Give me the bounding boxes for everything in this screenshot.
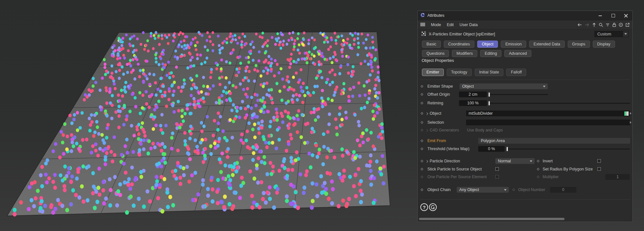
slider-handle[interactable] <box>507 147 508 151</box>
particle-direction-dropdown[interactable]: Normal <box>495 158 535 164</box>
retiming-slider[interactable] <box>489 103 630 104</box>
section-title: Object Properties <box>422 58 454 63</box>
close-button[interactable] <box>624 14 628 17</box>
field-menu-arrow-icon[interactable] <box>630 121 631 124</box>
subtab-row: Emitter Topology Initial State Falloff <box>422 69 629 76</box>
tab-advanced[interactable]: Advanced <box>504 50 531 57</box>
tab-groups[interactable]: Groups <box>568 41 590 48</box>
slider-handle[interactable] <box>489 101 490 105</box>
window-controls <box>598 14 630 17</box>
menu-user-data[interactable]: User Data <box>460 23 478 27</box>
emitter-shape-label: Emitter Shape <box>427 84 453 89</box>
object-link-value: mtSubDivider <box>469 111 493 116</box>
horizontal-scrollbar[interactable] <box>419 218 565 220</box>
tab-emission[interactable]: Emission <box>501 41 526 48</box>
filter-icon[interactable] <box>605 23 610 27</box>
tab-coordinates[interactable]: Coordinates <box>444 41 474 48</box>
keyframe-diamond-icon[interactable] <box>537 160 539 162</box>
search-icon[interactable] <box>599 23 603 27</box>
offset-origin-input[interactable]: 2 cm <box>459 91 487 97</box>
keyframe-diamond-icon <box>537 176 539 178</box>
back-arrow-icon[interactable] <box>577 23 582 27</box>
expand-chevron-icon[interactable] <box>425 112 428 115</box>
tab-row-1: Basic Coordinates Object Emission Extend… <box>422 41 629 48</box>
keyframe-diamond-icon[interactable] <box>421 85 423 88</box>
row-offset-origin: Offset Origin 2 cm <box>421 91 629 98</box>
tab-editing[interactable]: Editing <box>480 50 501 57</box>
forward-arrow-icon[interactable] <box>584 23 590 27</box>
nav-icons <box>577 23 630 27</box>
maximize-button[interactable] <box>611 14 615 17</box>
multiplier-label: Multiplier <box>543 175 559 179</box>
subtab-initial-state[interactable]: Initial State <box>475 69 504 76</box>
subtab-emitter[interactable]: Emitter <box>422 69 444 76</box>
slider-handle[interactable] <box>489 92 490 97</box>
multiplier-input: 1 <box>605 174 630 180</box>
object-number-input: 0 <box>550 187 576 193</box>
row-object: Object mtSubDivider <box>421 110 629 117</box>
panel-menubar: Mode Edit User Data <box>418 20 632 29</box>
threshold-slider[interactable] <box>507 149 630 149</box>
retiming-input[interactable]: 100 % <box>459 100 487 106</box>
keyframe-diamond-icon[interactable] <box>421 112 423 115</box>
row-particle-direction: Particle Direction Normal Invert <box>421 158 629 165</box>
up-arrow-icon[interactable] <box>592 23 596 27</box>
divider <box>420 80 630 80</box>
chevron-down-icon[interactable] <box>623 31 628 37</box>
object-chain-dropdown[interactable]: Any Object <box>457 187 509 193</box>
tab-object[interactable]: Object <box>477 41 498 48</box>
emit-from-dropdown[interactable]: Polygon Area <box>478 138 630 144</box>
object-label: Object <box>430 111 441 116</box>
titlebar[interactable]: Attributes <box>418 11 632 20</box>
reset-arrow-icon <box>431 205 435 209</box>
tab-extended-data[interactable]: Extended Data <box>529 41 565 48</box>
invert-checkbox[interactable] <box>597 159 601 163</box>
reset-button[interactable] <box>429 203 437 211</box>
tab-display[interactable]: Display <box>593 41 615 48</box>
app-canvas: Attributes Mode Edit User Data <box>0 0 644 231</box>
keyframe-diamond-icon[interactable] <box>421 188 423 191</box>
object-link-field[interactable]: mtSubDivider <box>466 111 630 116</box>
keyframe-diamond-icon[interactable] <box>421 102 423 104</box>
tab-modifiers[interactable]: Modifiers <box>452 50 477 57</box>
menu-mode[interactable]: Mode <box>431 23 441 27</box>
open-external-icon[interactable] <box>625 23 630 27</box>
offset-origin-slider[interactable] <box>489 94 548 95</box>
subtab-topology[interactable]: Topology <box>447 69 472 76</box>
tab-basic[interactable]: Basic <box>422 41 441 48</box>
stick-checkbox[interactable] <box>495 167 499 171</box>
emitter-shape-dropdown[interactable]: Object <box>460 83 548 89</box>
minimize-button[interactable] <box>598 14 602 17</box>
subtab-falloff[interactable]: Falloff <box>506 69 526 76</box>
lock-icon[interactable] <box>612 23 616 27</box>
object-header: X-Particles Emitter Object [xpEmitter] C… <box>418 29 632 39</box>
selection-field[interactable] <box>466 120 630 125</box>
threshold-input[interactable]: 0 % <box>478 146 505 152</box>
field-menu-arrow-icon[interactable] <box>630 112 631 115</box>
menu-icon[interactable] <box>420 23 425 26</box>
object-texture-icon[interactable] <box>624 111 629 117</box>
keyframe-diamond-icon[interactable] <box>537 168 539 170</box>
keyframe-diamond-icon[interactable] <box>421 121 423 124</box>
row-c4d-generators: C4D Generators Use Body and Caps <box>421 127 629 134</box>
tab-questions[interactable]: Questions <box>422 50 449 57</box>
help-button[interactable] <box>420 203 428 211</box>
keyframe-diamond-icon[interactable] <box>421 140 423 142</box>
row-emit-from: Emit From Polygon Area <box>421 138 629 144</box>
keyframe-diamond-icon[interactable] <box>421 160 423 162</box>
preset-dropdown[interactable]: Custom <box>594 31 629 37</box>
set-radius-checkbox[interactable] <box>597 167 601 171</box>
keyframe-diamond-icon[interactable] <box>421 93 423 96</box>
keyframe-diamond-icon[interactable] <box>421 168 423 170</box>
c4d-generators-label: C4D Generators <box>430 128 459 132</box>
xparticles-object-icon <box>421 31 426 37</box>
keyframe-diamond-icon[interactable] <box>421 148 423 150</box>
chevron-down-icon <box>530 160 532 162</box>
expand-chevron-icon[interactable] <box>425 160 428 162</box>
tab-row-2: Questions Modifiers Editing Advanced <box>422 50 629 57</box>
row-selection: Selection <box>421 119 629 126</box>
menu-edit[interactable]: Edit <box>447 23 454 27</box>
particle-direction-label: Particle Direction <box>430 159 460 163</box>
record-target-icon[interactable] <box>619 23 623 27</box>
row-threshold: Threshold (Vertex Map) 0 % <box>421 146 629 152</box>
